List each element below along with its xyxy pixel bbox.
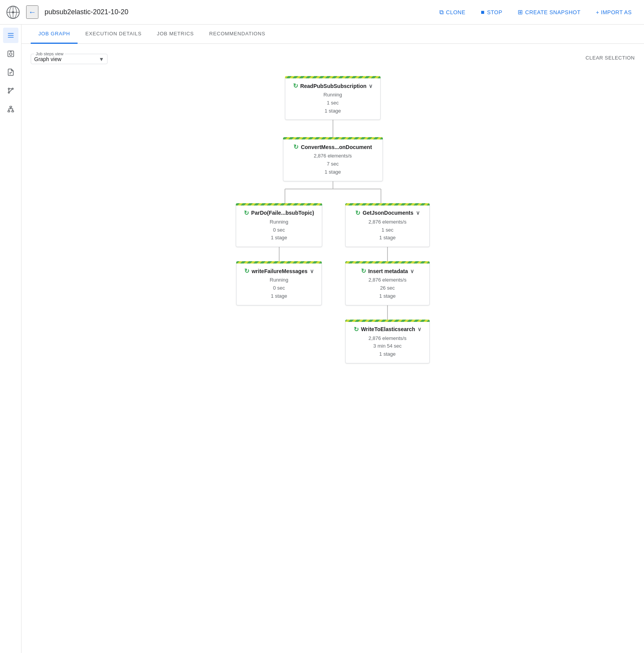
stop-icon: ■ [481, 9, 485, 16]
svg-rect-15 [10, 106, 12, 108]
tab-execution-details[interactable]: EXECUTION DETAILS [78, 25, 149, 44]
sidebar-item-branch[interactable] [3, 83, 18, 98]
snapshot-icon: ⊞ [518, 8, 523, 16]
node-stat-3: 1 stage [353, 350, 422, 358]
svg-point-14 [8, 88, 9, 89]
chevron-icon: ∨ [310, 268, 314, 274]
view-selector-value: Graph view [34, 56, 61, 62]
node-convert-mess[interactable]: ↻ ConvertMess...onDocument 2,876 element… [283, 138, 383, 181]
node-stat-2: 3 min 54 sec [353, 342, 422, 350]
graph-visual: ↻ ReadPubSubSubscription ∨ Running 1 sec… [31, 73, 635, 367]
branch-left: ↻ ParDo(Faile...bsubTopic) Running 0 sec… [236, 204, 322, 305]
node-stat-1: 2,876 elements/s [291, 152, 375, 160]
sidebar-item-org[interactable] [3, 101, 18, 117]
clone-icon: ⧉ [439, 9, 444, 16]
svg-rect-16 [8, 111, 10, 112]
chevron-icon: ∨ [417, 326, 421, 332]
node-par-do[interactable]: ↻ ParDo(Faile...bsubTopic) Running 0 sec… [236, 204, 322, 247]
tab-recommendations[interactable]: RECOMMENDATIONS [202, 25, 273, 44]
running-icon: ↻ [361, 267, 366, 275]
node-stat-1: 2,876 elements/s [353, 218, 422, 226]
chevron-down-icon: ▼ [99, 56, 104, 62]
svg-rect-6 [8, 35, 13, 36]
tab-job-metrics[interactable]: JOB METRICS [149, 25, 202, 44]
node-stat-3: 1 stage [244, 292, 314, 300]
sidebar [0, 25, 22, 653]
node-write-failure[interactable]: ↻ writeFailureMessages ∨ Running 0 sec 1… [236, 262, 322, 305]
running-icon: ↻ [244, 209, 249, 217]
node-title-text: ReadPubSubSubscription [300, 83, 367, 89]
graph-container: ↻ ReadPubSubSubscription ∨ Running 1 sec… [31, 73, 635, 367]
node-read-pub-sub[interactable]: ↻ ReadPubSubSubscription ∨ Running 1 sec… [285, 77, 381, 120]
node-stat-2: 0 sec [244, 226, 314, 234]
chevron-icon: ∨ [416, 210, 420, 216]
clone-button[interactable]: ⧉ CLONE [433, 6, 472, 19]
main-content: JOB GRAPH EXECUTION DETAILS JOB METRICS … [22, 25, 644, 653]
view-selector-fieldset[interactable]: Job steps view Graph view ▼ [31, 51, 108, 64]
app-logo [6, 5, 20, 19]
svg-rect-7 [8, 37, 13, 38]
branch-connectors [31, 181, 635, 204]
node-stat-1: Running [244, 218, 314, 226]
connector-left [279, 247, 280, 262]
node-stat-3: 1 stage [244, 234, 314, 242]
svg-point-12 [8, 92, 9, 93]
node-stat-3: 1 stage [293, 107, 373, 115]
svg-point-4 [12, 11, 14, 13]
svg-point-9 [9, 53, 12, 56]
sidebar-item-doc[interactable] [3, 65, 18, 80]
node-stat-3: 1 stage [353, 234, 422, 242]
svg-rect-5 [8, 33, 13, 34]
branch-row-1: ↻ ParDo(Faile...bsubTopic) Running 0 sec… [199, 204, 467, 363]
tabs: JOB GRAPH EXECUTION DETAILS JOB METRICS … [22, 25, 644, 44]
view-selector-label: Job steps view [34, 51, 65, 56]
node-insert-metadata[interactable]: ↻ Insert metadata ∨ 2,876 elements/s 26 … [345, 262, 430, 305]
node-stat-2: 7 sec [291, 160, 375, 168]
svg-rect-17 [12, 111, 13, 112]
node-title-text: WriteToElasticsearch [361, 326, 415, 332]
node-stat-2: 1 sec [293, 99, 373, 107]
sidebar-item-snapshot[interactable] [3, 46, 18, 61]
node-stat-3: 1 stage [353, 292, 422, 300]
node-stat-2: 1 sec [353, 226, 422, 234]
header-actions: ⧉ CLONE ■ STOP ⊞ CREATE SNAPSHOT + IMPOR… [433, 5, 638, 19]
node-title-text: ParDo(Faile...bsubTopic) [251, 210, 314, 216]
node-stat-2: 0 sec [244, 284, 314, 292]
back-button[interactable]: ← [26, 5, 38, 19]
node-title-text: writeFailureMessages [252, 268, 308, 274]
clear-selection-button[interactable]: CLEAR SELECTION [586, 55, 635, 61]
running-icon: ↻ [244, 267, 249, 275]
connector-right-1 [387, 247, 388, 262]
node-stat-1: Running [293, 91, 373, 99]
connector-1 [333, 120, 333, 138]
node-write-elastic[interactable]: ↻ WriteToElasticsearch ∨ 2,876 elements/… [345, 321, 430, 363]
branch-svg [237, 181, 429, 204]
running-icon: ↻ [355, 209, 360, 217]
top-header: ← pubsub2elastic-2021-10-20 ⧉ CLONE ■ ST… [0, 0, 644, 25]
node-stat-1: Running [244, 276, 314, 284]
running-icon: ↻ [293, 82, 298, 89]
running-icon: ↻ [354, 326, 359, 333]
node-stat-2: 26 sec [353, 284, 422, 292]
node-stat-1: 2,876 elements/s [353, 335, 422, 343]
tab-job-graph[interactable]: JOB GRAPH [31, 25, 78, 44]
import-button[interactable]: + IMPORT AS [590, 6, 638, 18]
node-title-text: Insert metadata [368, 268, 408, 274]
graph-area: Job steps view Graph view ▼ CLEAR SELECT… [22, 44, 644, 653]
sidebar-item-list[interactable] [3, 28, 18, 43]
node-stat-3: 1 stage [291, 168, 375, 176]
graph-controls: Job steps view Graph view ▼ CLEAR SELECT… [31, 51, 635, 64]
node-title-text: ConvertMess...onDocument [301, 144, 372, 150]
chevron-icon: ∨ [410, 268, 414, 274]
node-stat-1: 2,876 elements/s [353, 276, 422, 284]
chevron-icon: ∨ [369, 83, 372, 89]
page-title: pubsub2elastic-2021-10-20 [45, 8, 427, 16]
node-get-json[interactable]: ↻ GetJsonDocuments ∨ 2,876 elements/s 1 … [345, 204, 430, 247]
svg-point-13 [12, 88, 13, 89]
stop-button[interactable]: ■ STOP [475, 6, 508, 19]
main-layout: JOB GRAPH EXECUTION DETAILS JOB METRICS … [0, 25, 644, 653]
node-title-text: GetJsonDocuments [363, 210, 413, 216]
running-icon: ↻ [293, 143, 298, 151]
branch-right: ↻ GetJsonDocuments ∨ 2,876 elements/s 1 … [345, 204, 430, 363]
snapshot-button[interactable]: ⊞ CREATE SNAPSHOT [512, 5, 587, 19]
